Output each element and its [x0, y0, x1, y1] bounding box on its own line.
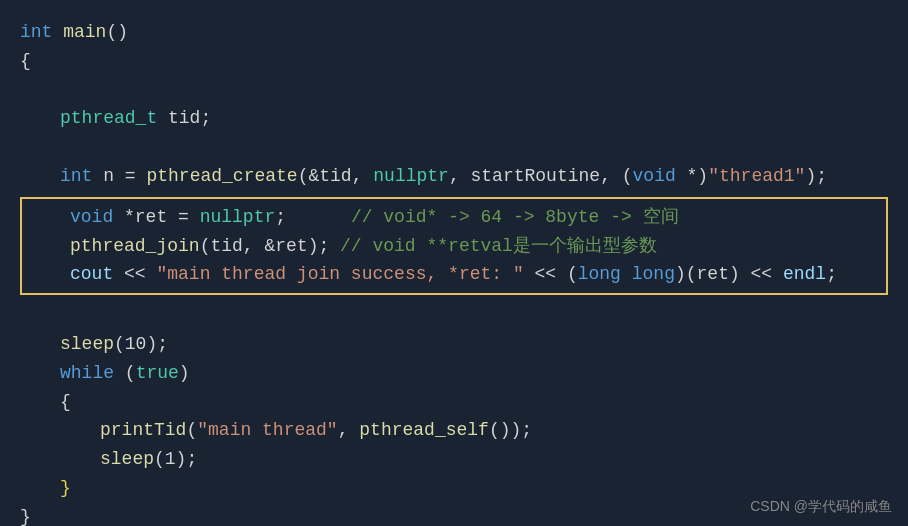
fn-main: main [63, 22, 106, 42]
keyword-void2: void [70, 207, 113, 227]
highlighted-line-3: cout << "main thread join success, *ret:… [30, 260, 878, 289]
watermark: CSDN @学代码的咸鱼 [750, 498, 892, 516]
code-line-2: { [20, 47, 888, 76]
code-line-1: int main() [20, 18, 888, 47]
highlighted-block: void *ret = nullptr; // void* -> 64 -> 8… [20, 197, 888, 295]
code-line-sleep1: sleep(1); [20, 445, 888, 474]
code-line-blank1 [20, 76, 888, 105]
str-main-thread: "main thread" [197, 420, 337, 440]
code-line-while: while (true) [20, 359, 888, 388]
code-line-printTid: printTid("main thread", pthread_self()); [20, 416, 888, 445]
code-line-brace2: { [20, 388, 888, 417]
fn-printTid: printTid [100, 420, 186, 440]
code-container: int main() { pthread_t tid; int n = pthr… [0, 0, 908, 526]
type-pthread_t: pthread_t [60, 108, 157, 128]
keyword-longlong: long long [578, 264, 675, 284]
fn-sleep1: sleep [60, 334, 114, 354]
fn-pthread-create: pthread_create [146, 166, 297, 186]
keyword-while: while [60, 363, 114, 383]
fn-pthread-join: pthread_join [70, 236, 200, 256]
highlighted-line-2: pthread_join(tid, &ret); // void **retva… [30, 232, 878, 261]
code-line-3: pthread_t tid; [20, 104, 888, 133]
highlighted-line-1: void *ret = nullptr; // void* -> 64 -> 8… [30, 203, 878, 232]
kw-true: true [136, 363, 179, 383]
code-line-blank3 [20, 301, 888, 330]
code-line-blank2 [20, 133, 888, 162]
comment-1: // void* -> 64 -> 8byte -> 空间 [351, 207, 679, 227]
fn-pthread-self: pthread_self [359, 420, 489, 440]
fn-sleep2: sleep [100, 449, 154, 469]
keyword-int: int [20, 22, 52, 42]
var-endl: endl [783, 264, 826, 284]
code-line-sleep10: sleep(10); [20, 330, 888, 359]
var-cout: cout [70, 264, 113, 284]
code-line-5: int n = pthread_create(&tid, nullptr, st… [20, 162, 888, 191]
keyword-void1: void [633, 166, 676, 186]
kw-nullptr1: nullptr [373, 166, 449, 186]
str-main-join: "main thread join success, *ret: " [156, 264, 523, 284]
keyword-int2: int [60, 166, 92, 186]
str-thread1: "thread1" [708, 166, 805, 186]
comment-2: // void **retval是一个输出型参数 [340, 236, 657, 256]
kw-nullptr2: nullptr [200, 207, 276, 227]
